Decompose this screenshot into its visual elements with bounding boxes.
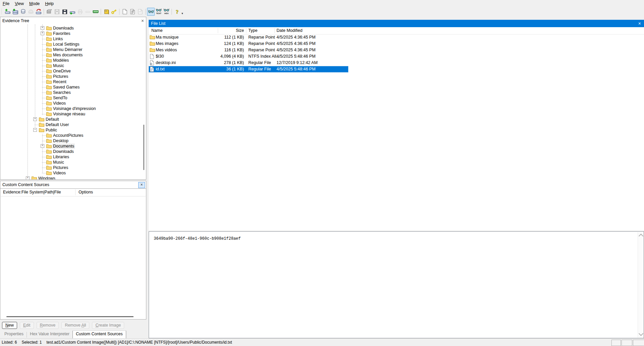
remove-all-button[interactable]: Remove All (61, 322, 89, 329)
toolbar-overflow-caret[interactable]: ▾ (182, 12, 183, 16)
toolbar-grip-handle[interactable] (1, 9, 2, 15)
remove-evidence-item-button[interactable] (35, 8, 42, 16)
add-to-custom-content-image-button[interactable] (68, 8, 76, 16)
close-icon[interactable]: × (141, 17, 144, 24)
create-disk-image-button[interactable] (45, 8, 53, 16)
column-separator[interactable] (218, 28, 218, 33)
tab-hex-value-interpreter[interactable]: Hex Value Interpreter (27, 331, 72, 339)
auto-view-mode-button[interactable] (147, 8, 155, 16)
column-header-options[interactable]: Options (79, 188, 93, 196)
tree-item-default-user[interactable]: Default User (0, 122, 146, 127)
new-page-button[interactable] (121, 8, 129, 16)
file-row-desktop-ini[interactable]: desktop.ini278 (1 KB)Regular File12/7/20… (149, 60, 348, 66)
text-view-mode-button[interactable]: TEXT (155, 8, 162, 16)
column-header-type[interactable]: Type (248, 27, 257, 34)
horizontal-scrollbar[interactable] (6, 316, 134, 317)
edit-button[interactable]: Edit (20, 322, 34, 329)
tree-item-recent[interactable]: Recent (0, 79, 146, 84)
tree-item-favorites[interactable]: +Favorites (0, 31, 146, 36)
tree-item-default[interactable]: +Default (0, 117, 146, 122)
expander-plus-icon[interactable]: + (33, 117, 37, 121)
tree-item-pictures[interactable]: Pictures (0, 74, 146, 79)
export-file-list-button[interactable] (84, 8, 92, 16)
menu-mode[interactable]: Mode (27, 1, 42, 7)
create-image-button[interactable]: Create Image (92, 322, 124, 329)
expander-plus-icon[interactable]: + (41, 144, 44, 148)
tree-connector (42, 44, 46, 45)
help-button[interactable]: ? (173, 8, 181, 16)
tree-item-videos[interactable]: Videos (0, 170, 146, 176)
tree-item-music[interactable]: Music (0, 160, 146, 165)
expander-minus-icon[interactable]: − (33, 128, 37, 132)
tree-item-downloads[interactable]: Downloads (0, 149, 146, 154)
file-row-mes-images[interactable]: Mes images124 (1 KB)Reparse Point4/5/202… (149, 41, 348, 47)
column-separator[interactable] (275, 28, 275, 33)
tree-item-mes-documents[interactable]: Mes documents (0, 52, 146, 58)
capture-memory-button[interactable] (92, 8, 99, 16)
column-separator[interactable] (246, 28, 246, 33)
content-viewer[interactable]: 3649ba90-266f-48e1-960c-b908e1f28aef (149, 231, 644, 338)
menu-help[interactable]: Help (42, 1, 56, 7)
expander-plus-icon[interactable]: + (41, 32, 44, 35)
tree-item-libraries[interactable]: Libraries (0, 154, 146, 160)
file-row-mes-vid-os[interactable]: Mes vidéos116 (1 KB)Reparse Point4/5/202… (149, 47, 348, 53)
image-mounting-button[interactable] (19, 8, 27, 16)
tree-item-menu-d-marrer[interactable]: Menu Démarrer (0, 47, 146, 52)
tree-item-documents[interactable]: +Documents (0, 143, 146, 149)
tree-item-desktop[interactable]: Desktop (0, 138, 146, 143)
tree-item-saved-games[interactable]: Saved Games (0, 84, 146, 90)
close-icon[interactable]: × (138, 182, 145, 188)
expander-plus-icon[interactable]: + (41, 26, 44, 30)
save-button[interactable] (53, 8, 61, 16)
column-header-date-modified[interactable]: Date Modified (277, 27, 302, 34)
tree-item-accountpictures[interactable]: AccountPictures (0, 133, 146, 138)
tree-item-links[interactable]: Links (0, 36, 146, 42)
close-icon[interactable]: × (638, 20, 641, 27)
tree-item-public[interactable]: −Public (0, 127, 146, 133)
file-list-titlebar[interactable]: File List × (149, 20, 644, 27)
tree-connector (42, 135, 46, 136)
tree-item-local-settings[interactable]: Local Settings (0, 42, 146, 47)
expander-plus-icon[interactable]: + (26, 176, 30, 179)
hex-view-mode-button[interactable]: HEX (162, 8, 170, 16)
tree-item-downloads[interactable]: +Downloads (0, 25, 146, 31)
file-row-ma-musique[interactable]: Ma musique112 (1 KB)Reparse Point4/5/202… (149, 34, 348, 41)
column-header-name[interactable]: Name (151, 27, 162, 34)
tree-item-voisinage-d-impression[interactable]: Voisinage d'impression (0, 106, 146, 111)
tab-properties[interactable]: Properties (1, 331, 27, 339)
evidence-tree-titlebar[interactable]: Evidence Tree × (0, 17, 146, 25)
tree-item-onedrive[interactable]: OneDrive (0, 68, 146, 74)
tree-item-music[interactable]: Music (0, 63, 146, 68)
column-separator[interactable] (75, 189, 76, 195)
menu-file[interactable]: File (0, 1, 12, 7)
scroll-up-icon[interactable] (639, 234, 643, 238)
file-row-id-txt[interactable]: id.txt36 (1 KB)Regular File4/5/2025 5:48… (149, 66, 348, 72)
remove-button[interactable]: Remove (37, 322, 59, 329)
detect-efs-encryption-button[interactable] (110, 8, 118, 16)
viewer-vertical-scrollbar[interactable] (638, 232, 643, 338)
add-evidence-item-button[interactable] (4, 8, 11, 16)
custom-content-titlebar[interactable]: Custom Content Sources × (0, 181, 146, 189)
tab-custom-content-sources[interactable]: Custom Content Sources (72, 331, 126, 339)
obtain-protected-files-button[interactable] (102, 8, 110, 16)
file-type: NTFS Index All... (248, 53, 280, 60)
scroll-down-icon[interactable] (639, 331, 643, 336)
menu-view[interactable]: View (12, 1, 27, 7)
export-disk-image-button[interactable] (61, 8, 68, 16)
tree-item-pictures[interactable]: Pictures (0, 165, 146, 170)
unmount-image-button[interactable] (27, 8, 35, 16)
tree-item-sendto[interactable]: SendTo (0, 95, 146, 101)
add-all-attached-devices-button[interactable] (11, 8, 19, 16)
column-header-size[interactable]: Size (218, 27, 244, 34)
tree-item-mod-les[interactable]: Modèles (0, 58, 146, 63)
print-button[interactable] (76, 8, 84, 16)
tree-item-windows[interactable]: +Windows (0, 176, 146, 179)
directory-listing-button[interactable]: DIR (136, 8, 144, 16)
tree-item-videos[interactable]: Videos (0, 101, 146, 106)
tree-item-searches[interactable]: Searches (0, 90, 146, 95)
tree-item-voisinage-r-seau[interactable]: Voisinage réseau (0, 111, 146, 117)
new-button[interactable]: New (2, 322, 17, 329)
text-page-button[interactable] (129, 8, 136, 16)
file-row-i30[interactable]: $I304,096 (4 KB)NTFS Index All...4/5/202… (149, 53, 348, 60)
column-header-evidence[interactable]: Evidence:File System|Path|File (3, 188, 61, 196)
